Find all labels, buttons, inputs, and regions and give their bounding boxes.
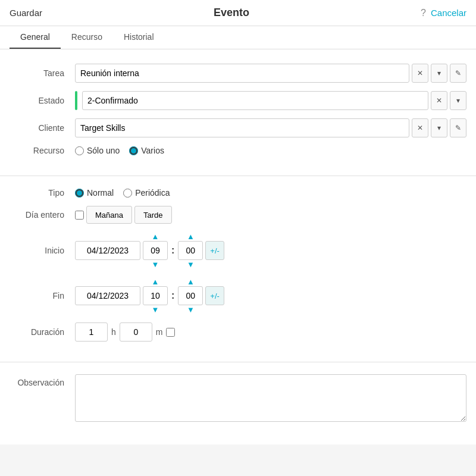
duracion-checkbox[interactable] bbox=[166, 328, 175, 337]
cliente-edit-button[interactable]: ✎ bbox=[450, 118, 466, 137]
tabs: General Recurso Historial bbox=[0, 26, 476, 49]
tipo-label: Tipo bbox=[10, 188, 75, 198]
inicio-hour-down[interactable]: ▼ bbox=[150, 260, 161, 269]
tarea-field-group: ✕ ▾ ✎ bbox=[75, 64, 466, 83]
duracion-m-input[interactable] bbox=[120, 322, 152, 342]
estado-bar bbox=[75, 91, 77, 110]
observacion-textarea[interactable] bbox=[75, 374, 466, 422]
section-2: Tipo Normal Periódica Día entero Mañana bbox=[0, 183, 476, 355]
fin-row: Fin ▲ ▼ : ▲ ▼ +/- bbox=[10, 277, 466, 314]
fin-label: Fin bbox=[10, 291, 75, 300]
inicio-min-col: ▲ ▼ bbox=[178, 232, 203, 269]
fin-colon: : bbox=[170, 290, 176, 301]
tarea-clear-button[interactable]: ✕ bbox=[412, 64, 428, 83]
fin-min-up[interactable]: ▲ bbox=[185, 277, 196, 286]
fin-hour-input[interactable] bbox=[143, 286, 168, 305]
cancel-button[interactable]: Cancelar bbox=[431, 8, 466, 18]
duracion-h-label: h bbox=[111, 327, 116, 337]
estado-clear-button[interactable]: ✕ bbox=[431, 91, 447, 110]
fin-min-down[interactable]: ▼ bbox=[185, 305, 196, 314]
recurso-varios-label[interactable]: Varios bbox=[129, 146, 164, 155]
cliente-field-group: ✕ ▾ ✎ bbox=[75, 118, 466, 137]
estado-field-group: ✕ ▾ bbox=[75, 91, 466, 110]
duracion-h-input[interactable] bbox=[75, 322, 108, 342]
dia-entero-field-group: Mañana Tarde bbox=[75, 206, 466, 224]
tarde-button[interactable]: Tarde bbox=[134, 206, 172, 224]
duracion-row: Duración h m bbox=[10, 322, 466, 342]
inicio-plusminus-button[interactable]: +/- bbox=[205, 241, 224, 260]
cliente-dropdown-button[interactable]: ▾ bbox=[431, 118, 447, 137]
tarea-dropdown-button[interactable]: ▾ bbox=[431, 64, 447, 83]
help-icon[interactable]: ? bbox=[421, 8, 426, 18]
fin-field-group: ▲ ▼ : ▲ ▼ +/- bbox=[75, 277, 466, 314]
fin-date-input[interactable] bbox=[75, 286, 140, 305]
cliente-label: Cliente bbox=[10, 123, 75, 133]
cliente-input[interactable] bbox=[75, 118, 409, 137]
divider-1 bbox=[0, 176, 476, 176]
tab-recurso[interactable]: Recurso bbox=[61, 26, 113, 49]
tarea-label: Tarea bbox=[10, 68, 75, 78]
estado-row: Estado ✕ ▾ bbox=[10, 91, 466, 110]
duracion-m-label: m bbox=[156, 327, 163, 337]
duracion-checkbox-label[interactable] bbox=[166, 328, 175, 337]
fin-min-input[interactable] bbox=[178, 286, 203, 305]
tarea-input[interactable] bbox=[75, 64, 409, 83]
recurso-solo-uno-radio[interactable] bbox=[75, 146, 84, 155]
tarea-edit-button[interactable]: ✎ bbox=[450, 64, 466, 83]
tipo-periodica-label[interactable]: Periódica bbox=[123, 188, 170, 198]
form-body: Tarea ✕ ▾ ✎ Estado ✕ ▾ Cliente ✕ bbox=[0, 49, 476, 444]
recurso-label: Recurso bbox=[10, 146, 75, 155]
duracion-group: h m bbox=[75, 322, 175, 342]
tipo-radio-group: Normal Periódica bbox=[75, 188, 170, 198]
inicio-hour-input[interactable] bbox=[143, 241, 168, 260]
cliente-row: Cliente ✕ ▾ ✎ bbox=[10, 118, 466, 137]
fin-hour-up[interactable]: ▲ bbox=[150, 277, 161, 286]
section-3: Observación bbox=[0, 369, 476, 435]
page-title: Evento bbox=[214, 7, 249, 19]
dia-entero-checkbox-label[interactable] bbox=[75, 211, 84, 220]
save-button[interactable]: Guardar bbox=[10, 8, 42, 18]
inicio-date-input[interactable] bbox=[75, 241, 140, 260]
recurso-solo-uno-text: Sólo uno bbox=[87, 146, 120, 155]
inicio-min-down[interactable]: ▼ bbox=[185, 260, 196, 269]
dia-entero-checkbox[interactable] bbox=[75, 211, 84, 220]
fin-plusminus-button[interactable]: +/- bbox=[205, 286, 224, 305]
estado-label: Estado bbox=[10, 96, 75, 105]
inicio-hour-up[interactable]: ▲ bbox=[150, 232, 161, 241]
estado-dropdown-button[interactable]: ▾ bbox=[450, 91, 466, 110]
observacion-row: Observación bbox=[10, 374, 466, 422]
section-1: Tarea ✕ ▾ ✎ Estado ✕ ▾ Cliente ✕ bbox=[0, 59, 476, 168]
top-bar-left: Guardar bbox=[10, 8, 42, 18]
inicio-colon: : bbox=[170, 245, 176, 256]
inicio-row: Inicio ▲ ▼ : ▲ ▼ +/- bbox=[10, 232, 466, 269]
tipo-row: Tipo Normal Periódica bbox=[10, 188, 466, 198]
tipo-normal-radio[interactable] bbox=[75, 189, 84, 198]
recurso-radio-group: Sólo uno Varios bbox=[75, 146, 164, 155]
tab-general[interactable]: General bbox=[10, 26, 61, 49]
tipo-normal-label[interactable]: Normal bbox=[75, 188, 114, 198]
recurso-varios-radio[interactable] bbox=[129, 146, 138, 155]
cliente-clear-button[interactable]: ✕ bbox=[412, 118, 428, 137]
dia-entero-label: Día entero bbox=[10, 210, 75, 220]
observacion-label: Observación bbox=[10, 374, 75, 387]
inicio-label: Inicio bbox=[10, 246, 75, 255]
fin-hour-col: ▲ ▼ bbox=[143, 277, 168, 314]
top-bar: Guardar Evento ? Cancelar bbox=[0, 0, 476, 26]
recurso-solo-uno-label[interactable]: Sólo uno bbox=[75, 146, 120, 155]
manana-button[interactable]: Mañana bbox=[86, 206, 132, 224]
tarea-row: Tarea ✕ ▾ ✎ bbox=[10, 64, 466, 83]
recurso-row: Recurso Sólo uno Varios bbox=[10, 146, 466, 155]
tipo-normal-text: Normal bbox=[87, 188, 114, 198]
dia-entero-row: Día entero Mañana Tarde bbox=[10, 206, 466, 224]
recurso-varios-text: Varios bbox=[141, 146, 164, 155]
estado-input[interactable] bbox=[82, 91, 428, 110]
top-bar-right: ? Cancelar bbox=[421, 8, 466, 18]
tab-historial[interactable]: Historial bbox=[113, 26, 165, 49]
inicio-min-input[interactable] bbox=[178, 241, 203, 260]
inicio-min-up[interactable]: ▲ bbox=[185, 232, 196, 241]
fin-min-col: ▲ ▼ bbox=[178, 277, 203, 314]
fin-hour-down[interactable]: ▼ bbox=[150, 305, 161, 314]
divider-2 bbox=[0, 362, 476, 362]
tipo-periodica-radio[interactable] bbox=[123, 189, 132, 198]
inicio-field-group: ▲ ▼ : ▲ ▼ +/- bbox=[75, 232, 466, 269]
